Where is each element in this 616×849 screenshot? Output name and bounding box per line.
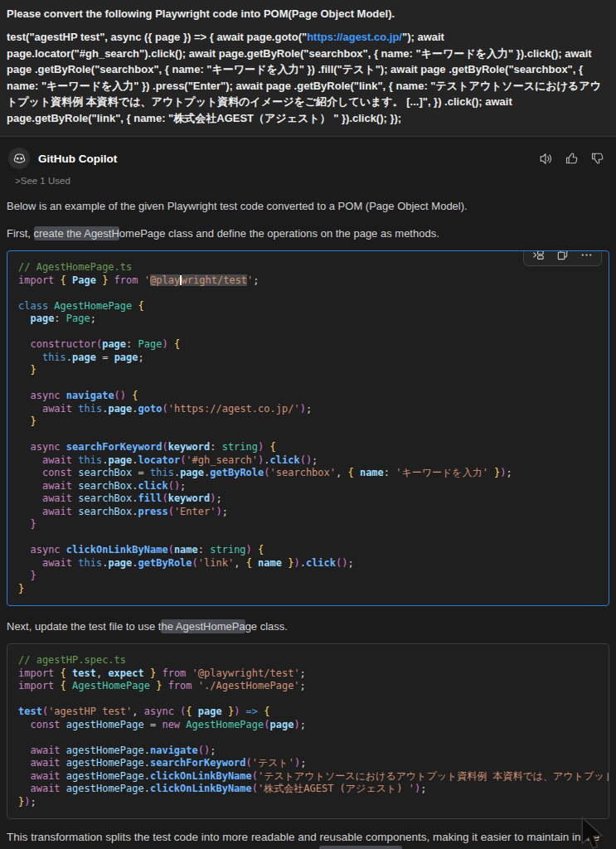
response-paragraph-3: Next, update the test file to use the Ag… bbox=[7, 619, 609, 633]
mouse-cursor-icon bbox=[579, 816, 607, 849]
user-message-code: test("agestHP test", async ({ page }) =>… bbox=[7, 29, 609, 126]
copilot-chat-panel: Please convert the following Playwright … bbox=[0, 0, 616, 849]
code-line: // agestHP.spec.ts bbox=[18, 654, 598, 667]
thumbs-down-icon bbox=[591, 155, 604, 167]
code-line: await agestHomePage.searchForKeyword('テス… bbox=[18, 757, 598, 770]
copy-icon bbox=[556, 251, 569, 264]
copilot-avatar-icon bbox=[8, 148, 30, 169]
code-content-agesthomepage[interactable]: // AgestHomePage.tsimport { Page } from … bbox=[18, 261, 598, 595]
code-line: async searchForKeyword(keyword: string) … bbox=[18, 441, 598, 454]
response-footer: This transformation splits the test code… bbox=[7, 829, 609, 849]
code-line: this.page = page; bbox=[18, 352, 598, 365]
thumbs-up-button[interactable] bbox=[565, 152, 579, 165]
code-line: class AgestHomePage { bbox=[18, 300, 598, 313]
code-line: await agestHomePage.clickOnLinkByName('株… bbox=[18, 783, 598, 796]
more-actions-button[interactable] bbox=[580, 250, 593, 261]
code-line bbox=[18, 693, 598, 706]
more-actions-icon bbox=[580, 251, 593, 264]
references-toggle[interactable]: >See 1 Used bbox=[15, 176, 609, 186]
code-line bbox=[18, 429, 598, 442]
code-line: await searchBox.click(); bbox=[18, 480, 598, 493]
copilot-header: GitHub Copilot bbox=[7, 137, 609, 171]
code-line: import { test, expect } from '@playwrigh… bbox=[18, 667, 598, 681]
code-line: async navigate() { bbox=[18, 390, 598, 403]
text-highlight: he AgestHomePa bbox=[161, 619, 245, 633]
code-line: await searchBox.fill(keyword); bbox=[18, 492, 598, 506]
response-paragraph-2: First, create the AgestHomePage class an… bbox=[7, 226, 609, 240]
code-content-spec[interactable]: // agestHP.spec.tsimport { test, expect … bbox=[18, 654, 598, 808]
code-line: page: Page; bbox=[18, 313, 598, 326]
code-line: } bbox=[18, 570, 598, 583]
code-line bbox=[18, 531, 598, 545]
text-highlight: create the AgestH bbox=[34, 226, 119, 240]
user-message: Please convert the following Playwright … bbox=[0, 0, 616, 137]
thumbs-down-button[interactable] bbox=[591, 152, 604, 165]
code-line: } bbox=[18, 364, 598, 377]
code-line: await searchBox.press('Enter'); bbox=[18, 506, 598, 519]
code-block-toolbar bbox=[523, 250, 602, 266]
code-line bbox=[18, 326, 598, 339]
code-line: const searchBox = this.page.getByRole('s… bbox=[18, 467, 598, 480]
code-line: import { Page } from '@playwright/test'; bbox=[18, 274, 598, 288]
code-line: async clickOnLinkByName(name: string) { bbox=[18, 544, 598, 557]
code-block-agesthomepage: // AgestHomePage.tsimport { Page } from … bbox=[7, 250, 609, 606]
code-line bbox=[18, 287, 598, 300]
code-line: const agestHomePage = new AgestHomePage(… bbox=[18, 719, 598, 732]
user-message-intro: Please convert the following Playwright … bbox=[7, 7, 609, 22]
code-line: } bbox=[18, 415, 598, 429]
agest-url-link[interactable]: https://agest.co.jp/ bbox=[307, 31, 402, 43]
code-line: await agestHomePage.navigate(); bbox=[18, 745, 598, 758]
code-line: await agestHomePage.clickOnLinkByName('テ… bbox=[18, 770, 598, 784]
code-line bbox=[18, 377, 598, 391]
response-paragraph-1: Below is an example of the given Playwri… bbox=[7, 199, 609, 213]
code-line: await this.page.getByRole('link', { name… bbox=[18, 557, 598, 570]
text-highlight: Page class need bbox=[319, 846, 402, 849]
copy-button[interactable] bbox=[556, 250, 569, 261]
insert-at-cursor-icon bbox=[532, 251, 545, 264]
code-line: await this.page.goto('https://agest.co.j… bbox=[18, 403, 598, 416]
response-actions bbox=[539, 152, 608, 166]
code-line: }); bbox=[18, 796, 598, 809]
code-line: // AgestHomePage.ts bbox=[18, 261, 598, 274]
code-line: } bbox=[18, 583, 598, 596]
copilot-response: GitHub Copilot bbox=[0, 137, 616, 849]
read-aloud-button[interactable] bbox=[539, 152, 553, 166]
insert-at-cursor-button[interactable] bbox=[532, 250, 545, 261]
thumbs-up-icon bbox=[565, 155, 579, 167]
code-line: await this.page.locator('#gh_search').cl… bbox=[18, 454, 598, 468]
code-line: } bbox=[18, 518, 598, 531]
code-line: import { AgestHomePage } from './AgestHo… bbox=[18, 680, 598, 693]
assistant-name: GitHub Copilot bbox=[38, 153, 117, 165]
speaker-icon bbox=[539, 156, 553, 168]
code-line bbox=[18, 731, 598, 745]
code-line: test('agestHP test', async ({ page }) =>… bbox=[18, 706, 598, 719]
code-line: constructor(page: Page) { bbox=[18, 338, 598, 352]
code-block-spec: // agestHP.spec.tsimport { test, expect … bbox=[7, 643, 609, 819]
